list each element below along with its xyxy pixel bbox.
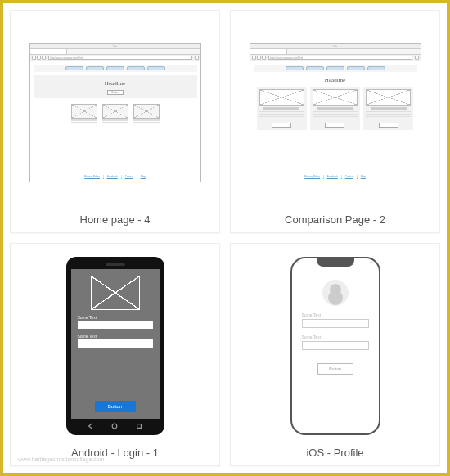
card-home-page[interactable]: Title http://www.company.com/html Headli… bbox=[10, 10, 220, 233]
battery-icon: ▭ bbox=[370, 260, 373, 268]
text-input bbox=[302, 341, 369, 350]
browser-tabs bbox=[30, 49, 200, 55]
android-screen: Some Text Some Text Button bbox=[71, 269, 160, 419]
image-placeholder-icon bbox=[259, 89, 304, 106]
ios-screen: Some Text Some Text Button bbox=[292, 270, 379, 433]
image-placeholder-icon bbox=[102, 104, 128, 119]
text-input bbox=[78, 339, 153, 348]
browser-tabs bbox=[250, 49, 421, 55]
headline: Headline bbox=[105, 80, 125, 87]
reload-icon bbox=[262, 56, 266, 60]
login-button: Button bbox=[95, 401, 136, 412]
field-label: Some Text bbox=[302, 312, 369, 317]
avatar-icon bbox=[322, 280, 349, 306]
preview-ios: ııl CARRIER ▭ Some Text Some Text Button bbox=[239, 252, 431, 440]
reload-icon bbox=[42, 56, 46, 60]
text-input bbox=[302, 319, 369, 328]
column-button bbox=[272, 123, 291, 128]
android-nav-bar bbox=[71, 419, 160, 430]
gallery-container: Title http://www.company.com/html Headli… bbox=[0, 0, 450, 476]
card-ios-profile[interactable]: ııl CARRIER ▭ Some Text Some Text Button bbox=[230, 243, 440, 466]
speaker-icon bbox=[106, 263, 125, 266]
profile-button: Button bbox=[317, 363, 353, 375]
back-icon bbox=[32, 56, 36, 60]
comparison-columns bbox=[254, 85, 417, 132]
svg-rect-1 bbox=[137, 424, 141, 429]
image-placeholder-icon bbox=[91, 276, 140, 310]
browser-wireframe: Title http://www.company.com/html Headli… bbox=[29, 43, 201, 182]
url-bar: http://www.company.com/html bbox=[48, 56, 192, 60]
card-comparison-page[interactable]: Title http://www.company.com/html Headli… bbox=[230, 10, 440, 233]
browser-toolbar: http://www.company.com/html bbox=[30, 55, 200, 61]
field-label: Some Text bbox=[302, 335, 369, 339]
card-android-login[interactable]: Some Text Some Text Button Android - Log… bbox=[10, 243, 220, 466]
footer-links: Privacy Policy| Facebook| Contact| Blog bbox=[84, 175, 146, 178]
nav-row bbox=[34, 65, 197, 72]
text-input bbox=[78, 321, 153, 329]
search-icon bbox=[415, 56, 419, 60]
field-label: Some Text bbox=[78, 334, 153, 339]
card-title: iOS - Profile bbox=[306, 447, 363, 459]
card-title: Comparison Page - 2 bbox=[285, 213, 385, 226]
headline: Headline bbox=[325, 77, 345, 83]
preview-comparison: Title http://www.company.com/html Headli… bbox=[239, 19, 431, 207]
forward-icon bbox=[257, 56, 261, 60]
url-bar: http://www.company.com/html bbox=[268, 56, 412, 60]
back-icon bbox=[87, 422, 95, 430]
back-icon bbox=[252, 56, 256, 60]
nav-row bbox=[254, 65, 417, 72]
browser-wireframe: Title http://www.company.com/html Headli… bbox=[250, 43, 421, 182]
signal-icon: ııl bbox=[297, 260, 299, 268]
image-placeholder-icon bbox=[366, 89, 411, 106]
column-button bbox=[379, 123, 398, 128]
android-device: Some Text Some Text Button bbox=[66, 257, 164, 435]
hero-button: Button bbox=[107, 90, 124, 95]
preview-home-page: Title http://www.company.com/html Headli… bbox=[19, 19, 211, 207]
image-placeholder-icon bbox=[313, 89, 358, 106]
preview-android: Some Text Some Text Button bbox=[19, 252, 211, 440]
footer-links: Privacy Policy| Facebook| Contact| Blog bbox=[304, 175, 366, 178]
svg-point-0 bbox=[113, 424, 118, 429]
ios-device: ııl CARRIER ▭ Some Text Some Text Button bbox=[290, 257, 380, 435]
home-icon bbox=[110, 422, 119, 430]
image-placeholder-icon bbox=[71, 104, 97, 119]
recent-icon bbox=[135, 422, 143, 430]
column-button bbox=[325, 123, 344, 128]
card-title: Home page - 4 bbox=[80, 213, 151, 226]
watermark: www.heritagechristiancollege.com bbox=[18, 456, 104, 462]
thumbnail-row bbox=[34, 101, 197, 127]
forward-icon bbox=[37, 56, 41, 60]
notch-icon bbox=[317, 258, 354, 267]
field-label: Some Text bbox=[78, 315, 153, 320]
hero-section: Headline Button bbox=[34, 75, 197, 98]
search-icon bbox=[195, 56, 199, 60]
browser-toolbar: http://www.company.com/html bbox=[250, 55, 421, 61]
image-placeholder-icon bbox=[133, 104, 160, 119]
